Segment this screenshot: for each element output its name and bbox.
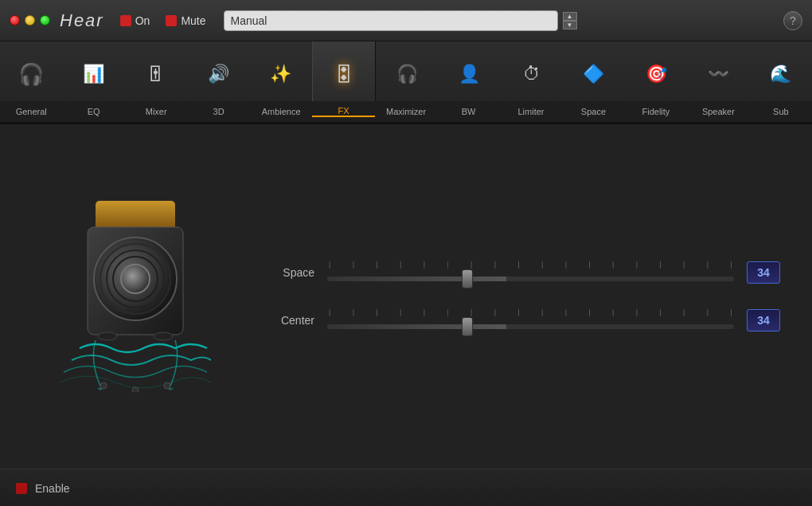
- speaker-area: [32, 201, 239, 392]
- tab-space[interactable]: 🔷: [563, 41, 625, 101]
- svg-point-11: [164, 382, 170, 389]
- tab-mixer[interactable]: 🎚: [125, 41, 187, 101]
- mute-label: Mute: [181, 14, 205, 27]
- preset-up-button[interactable]: ▲: [563, 12, 577, 21]
- space-icon: 🔷: [583, 65, 604, 83]
- fidelity-icon: 🎯: [646, 65, 667, 83]
- svg-point-9: [100, 382, 107, 389]
- center-slider-track: || || || || || || || || ||: [327, 308, 734, 332]
- space-value: 34: [757, 266, 770, 279]
- tabs-icons-row: 🎧 📊 🎚 🔊 ✨ 🎛 🎧 👤 ⏱ 🔷 🎯: [0, 41, 812, 101]
- tab-label-space[interactable]: Space: [562, 107, 624, 116]
- enable-label[interactable]: Enable: [35, 482, 70, 495]
- tab-label-limiter[interactable]: Limiter: [500, 107, 562, 116]
- mixer-icon: 🎚: [146, 64, 166, 84]
- on-light: [120, 15, 131, 26]
- maximizer-icon: 🎧: [396, 65, 418, 83]
- limiter-icon: ⏱: [523, 65, 541, 83]
- tab-label-ambience[interactable]: Ambience: [250, 107, 312, 116]
- minimize-button[interactable]: [25, 15, 35, 25]
- svg-point-10: [132, 387, 139, 392]
- sliders-area: Space || || || || || || || ||: [239, 261, 780, 332]
- maximize-button[interactable]: [40, 15, 50, 25]
- 3d-icon: 🔊: [208, 65, 229, 83]
- tab-limiter[interactable]: ⏱: [501, 41, 563, 101]
- tab-label-maximizer[interactable]: Maximizer: [375, 107, 437, 116]
- help-icon: ?: [790, 14, 796, 27]
- tab-label-eq[interactable]: EQ: [62, 107, 124, 116]
- svg-rect-0: [96, 201, 175, 231]
- titlebar: Hear On Mute ▲ ▼ ?: [0, 0, 812, 41]
- tab-label-fidelity[interactable]: Fidelity: [625, 107, 687, 116]
- tabs-labels-row: General EQ Mixer 3D Ambience FX Maximize…: [0, 101, 812, 124]
- on-indicator[interactable]: On: [120, 14, 150, 27]
- space-value-display: 34: [747, 261, 780, 284]
- tab-label-sub[interactable]: Sub: [750, 107, 812, 116]
- eq-icon: 📊: [83, 65, 104, 83]
- speaker-icon: 〰️: [708, 65, 729, 83]
- tabs-bar: 🎧 📊 🎚 🔊 ✨ 🎛 🎧 👤 ⏱ 🔷 🎯: [0, 41, 812, 124]
- tab-label-mixer[interactable]: Mixer: [125, 107, 187, 116]
- center-slider-input[interactable]: [327, 324, 734, 329]
- app-title: Hear: [60, 10, 104, 31]
- enable-indicator: [16, 483, 27, 494]
- tab-label-speaker[interactable]: Speaker: [687, 107, 749, 116]
- main-content: Space || || || || || || || ||: [0, 124, 812, 506]
- preset-container: ▲ ▼: [224, 10, 776, 31]
- bottom-bar: Enable: [0, 469, 812, 506]
- mute-light: [166, 15, 177, 26]
- tab-label-3d[interactable]: 3D: [187, 107, 249, 116]
- svg-point-8: [154, 332, 173, 340]
- tab-ambience[interactable]: ✨: [249, 41, 311, 101]
- tab-3d[interactable]: 🔊: [187, 41, 249, 101]
- center-value-display: 34: [747, 309, 780, 331]
- svg-point-7: [98, 332, 117, 340]
- tab-eq[interactable]: 📊: [62, 41, 124, 101]
- help-button[interactable]: ?: [783, 11, 802, 30]
- svg-point-6: [121, 265, 150, 293]
- on-label: On: [135, 14, 150, 27]
- space-slider-input[interactable]: [327, 277, 734, 281]
- fx-icon: 🎛: [334, 64, 354, 84]
- tab-speaker[interactable]: 〰️: [687, 41, 749, 101]
- close-button[interactable]: [10, 15, 20, 25]
- preset-arrows: ▲ ▼: [563, 12, 577, 29]
- traffic-lights: [10, 15, 50, 25]
- tab-maximizer[interactable]: 🎧: [376, 41, 438, 101]
- preset-down-button[interactable]: ▼: [563, 21, 577, 29]
- sub-icon: 🌊: [770, 65, 791, 83]
- content-area: Space || || || || || || || ||: [0, 124, 812, 469]
- tab-general[interactable]: 🎧: [0, 41, 62, 101]
- preset-input[interactable]: [224, 10, 558, 31]
- bw-icon: 👤: [459, 65, 480, 83]
- space-slider-track: || || || || || || || || ||: [327, 261, 734, 284]
- center-slider-row: Center || || || || || || || || ||: [271, 308, 780, 332]
- tab-bw[interactable]: 👤: [438, 41, 500, 101]
- space-label: Space: [271, 266, 314, 279]
- tab-fidelity[interactable]: 🎯: [625, 41, 687, 101]
- tab-fx[interactable]: 🎛: [312, 41, 376, 101]
- header-controls: On Mute ▲ ▼ ?: [120, 10, 802, 31]
- tab-label-general[interactable]: General: [0, 107, 62, 116]
- tab-label-bw[interactable]: BW: [437, 107, 499, 116]
- center-label: Center: [271, 314, 314, 327]
- center-value: 34: [757, 314, 770, 327]
- tab-sub[interactable]: 🌊: [750, 41, 812, 101]
- mute-indicator[interactable]: Mute: [166, 14, 205, 27]
- general-icon: 🎧: [18, 64, 44, 84]
- tab-label-fx[interactable]: FX: [312, 106, 374, 117]
- speaker-illustration: [52, 201, 219, 392]
- ambience-icon: ✨: [270, 65, 291, 83]
- space-slider-row: Space || || || || || || || ||: [271, 261, 780, 284]
